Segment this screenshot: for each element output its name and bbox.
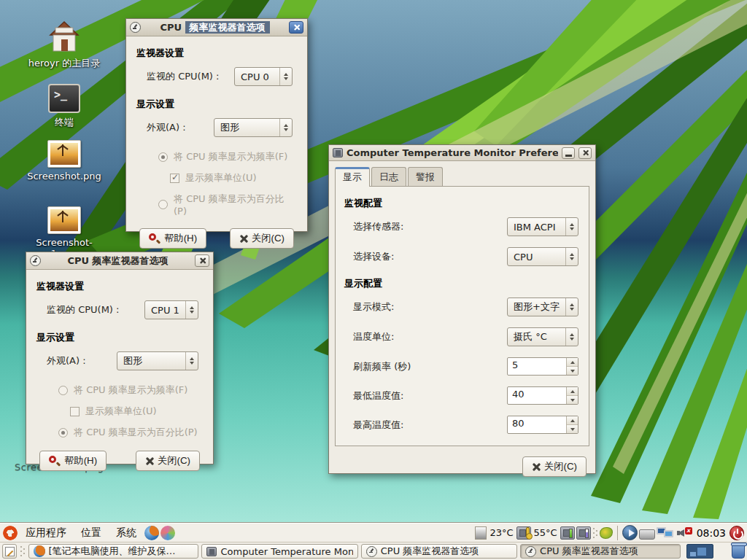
appearance-combobox[interactable]: 图形	[214, 118, 293, 137]
ubuntu-logo-icon[interactable]	[3, 526, 18, 540]
spinner-buttons[interactable]	[566, 387, 578, 404]
help-icon	[49, 456, 60, 467]
min-temp-label: 最低温度值:	[353, 389, 403, 402]
desktop-icon-label: Screenshot.png	[24, 171, 104, 182]
display-mode-label: 显示模式:	[353, 300, 394, 314]
firefox-icon	[34, 545, 45, 557]
radio-icon	[58, 428, 68, 438]
tasklist-grip-handle[interactable]	[20, 545, 26, 558]
display-mode-combobox[interactable]: 图形+文字	[507, 298, 578, 316]
media-play-icon[interactable]	[622, 525, 638, 540]
desktop-icon-terminal[interactable]: >_ 终端	[24, 84, 104, 129]
temp-unit-combobox[interactable]: 摄氏 °C	[507, 327, 578, 346]
radio-show-as-frequency[interactable]: 将 CPU 频率显示为频率(F)	[58, 384, 203, 397]
close-x-icon	[239, 235, 247, 243]
appearance-combobox[interactable]: 图形	[117, 351, 198, 370]
radio-icon	[158, 200, 168, 209]
titlebar[interactable]: CPU 频率监视器首选项	[126, 19, 307, 36]
radio-show-as-percentage[interactable]: 将 CPU 频率显示为百分比(P)	[158, 192, 297, 217]
radio-icon	[58, 386, 68, 395]
minimize-icon[interactable]	[562, 147, 575, 159]
menu-places[interactable]: 位置	[74, 525, 108, 541]
tab-log[interactable]: 日志	[371, 167, 406, 186]
close-x-icon	[532, 463, 540, 471]
tab-alarm[interactable]: 警报	[408, 167, 443, 186]
titlebar[interactable]: Computer Temperature Monitor Preferences	[329, 145, 595, 161]
combo-arrows-icon	[185, 352, 198, 370]
applet-grip-handle[interactable]	[592, 526, 598, 540]
section-monitor-settings: 监视器设置	[36, 280, 203, 293]
checkbox-show-frequency-units[interactable]: 显示频率单位(U)	[70, 405, 203, 418]
window-title: Computer Temperature Monitor Preferences	[347, 147, 558, 158]
network-monitor-icon[interactable]	[657, 526, 676, 540]
close-x-icon	[145, 457, 153, 465]
monitored-cpu-label: 监视的 CPU(M) :	[47, 303, 119, 316]
gauge-icon	[525, 546, 536, 557]
cpufreq-gauge-icon	[130, 22, 141, 33]
power-button-icon[interactable]	[729, 526, 744, 540]
radio-show-as-frequency[interactable]: 将 CPU 频率显示为频率(F)	[158, 150, 297, 163]
temp-monitor-dialog: Computer Temperature Monitor Preferences…	[328, 144, 596, 474]
close-button[interactable]: 关闭(C)	[136, 451, 200, 471]
show-desktop-button[interactable]	[2, 544, 17, 559]
section-display-settings: 显示设置	[136, 98, 297, 111]
trash-icon[interactable]	[732, 544, 745, 559]
combo-arrows-icon	[565, 248, 578, 265]
image-file-icon	[47, 206, 81, 234]
close-icon[interactable]	[578, 147, 592, 159]
sensor-label: 选择传感器:	[353, 220, 403, 233]
cpu-freq-dialog-bottom: CPU 频率监视器首选项 监视器设置 监视的 CPU(M) : CPU 1 显示…	[26, 252, 214, 464]
cpufreq-applet-graph[interactable]	[475, 526, 487, 540]
appearance-label: 外观(A) :	[147, 121, 186, 134]
close-icon[interactable]	[289, 21, 303, 34]
ambient-temp-text: 23°C	[489, 527, 513, 538]
dialog-body: 监视器设置 监视的 CPU(M) : CPU 1 显示设置 外观(A) : 图形…	[26, 270, 213, 480]
tab-display[interactable]: 显示	[335, 167, 370, 187]
sensor-combobox[interactable]: IBM ACPI	[507, 217, 578, 236]
terminal-icon: >_	[48, 84, 80, 113]
desktop-icon-screenshot[interactable]: Screenshot.png	[24, 140, 104, 182]
close-button[interactable]: 关闭(C)	[522, 456, 587, 477]
menu-applications[interactable]: 应用程序	[19, 525, 73, 541]
taskbar-panel: [笔记本电脑使用、维护及保… Computer Temperature Moni…	[0, 542, 747, 560]
monitored-cpu-combobox[interactable]: CPU 1	[144, 300, 198, 319]
refresh-rate-label: 刷新频率 (秒)	[353, 360, 411, 373]
printer-icon[interactable]	[639, 529, 655, 540]
firefox-launcher-icon[interactable]	[144, 526, 159, 540]
sensor-applet-icon[interactable]	[600, 527, 613, 539]
appearance-label: 外观(A) :	[47, 354, 86, 368]
refresh-rate-spinner[interactable]: 5	[507, 357, 578, 376]
chip-icon	[206, 547, 217, 556]
desktop-icon-home[interactable]: heroyr 的主目录	[24, 20, 104, 70]
close-button[interactable]: 关闭(C)	[230, 228, 294, 249]
section-monitor-settings: 监视器设置	[136, 47, 297, 60]
workspace-switcher[interactable]	[686, 544, 713, 559]
checkbox-show-frequency-units[interactable]: 显示频率单位(U)	[170, 171, 297, 184]
chip-green-bar-icon[interactable]	[560, 526, 575, 540]
monitored-cpu-combobox[interactable]: CPU 0	[234, 67, 293, 86]
chip-purple-bar-icon[interactable]	[576, 526, 591, 540]
dialog-body: 监视器设置 监视的 CPU(M) : CPU 0 显示设置 外观(A) : 图形…	[126, 36, 307, 257]
home-icon	[47, 20, 81, 54]
spinner-buttons[interactable]	[566, 416, 578, 433]
panel-separator	[617, 526, 618, 540]
spinner-buttons[interactable]	[566, 358, 578, 375]
checkbox-icon	[170, 174, 179, 183]
chip-thermometer-icon[interactable]	[516, 526, 531, 540]
min-temp-spinner[interactable]: 40	[507, 386, 578, 405]
task-firefox-window[interactable]: [笔记本电脑使用、维护及保…	[28, 544, 199, 559]
help-button[interactable]: 帮助(H)	[139, 228, 206, 249]
help-button[interactable]: 帮助(H)	[39, 451, 107, 471]
menu-system[interactable]: 系统	[109, 525, 143, 541]
task-temp-monitor-window[interactable]: Computer Temperature Moni…	[201, 544, 357, 559]
max-temp-spinner[interactable]: 80	[507, 416, 578, 434]
device-combobox[interactable]: CPU	[507, 247, 578, 266]
combo-arrows-icon	[279, 68, 292, 85]
task-cpufreq-prefs-2[interactable]: CPU 频率监视器首选项	[520, 544, 681, 559]
gauge-icon	[366, 546, 377, 557]
volume-muted-icon[interactable]: x	[677, 526, 693, 540]
radio-show-as-percentage[interactable]: 将 CPU 频率显示为百分比(P)	[58, 426, 203, 439]
task-cpufreq-prefs-1[interactable]: CPU 频率监视器首选项	[361, 544, 517, 559]
app-launcher-icon[interactable]	[160, 526, 175, 540]
clock[interactable]: 08:03	[697, 527, 726, 539]
